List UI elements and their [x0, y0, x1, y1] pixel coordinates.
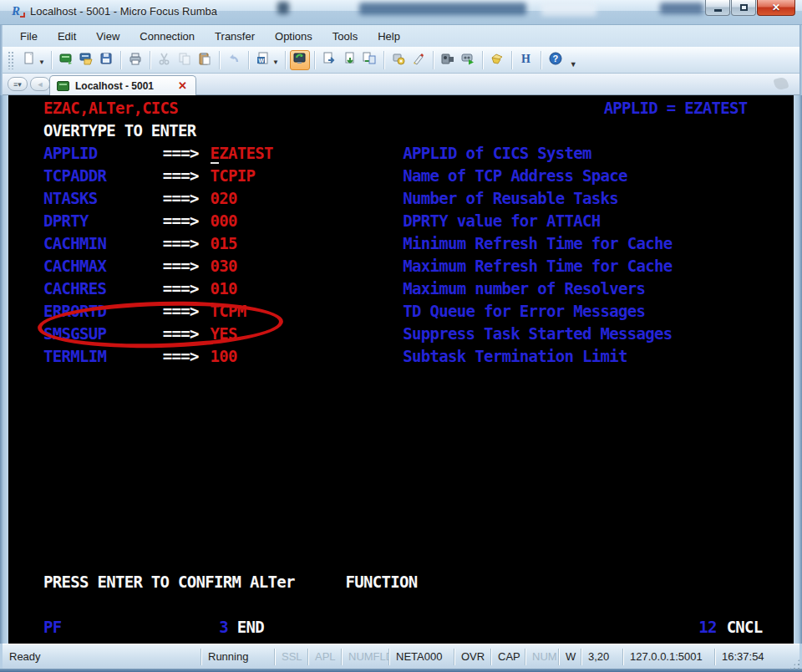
quick-connect-button[interactable]	[56, 50, 76, 70]
transfer-file-icon	[362, 51, 377, 69]
field-arrow: ===>	[163, 324, 199, 343]
menu-edit[interactable]: Edit	[50, 28, 84, 45]
window-border-left	[0, 95, 8, 644]
copy-button[interactable]	[175, 50, 195, 70]
toolbar-separator	[433, 51, 434, 69]
toolbar-separator	[248, 51, 249, 69]
tab-scroll-back-button[interactable]: ◄	[30, 77, 50, 91]
field-description: Number of Reusable Tasks	[403, 189, 618, 207]
new-session-button[interactable]	[19, 50, 39, 70]
field-value-ntasks[interactable]: 020	[211, 189, 237, 207]
display-colors-button[interactable]	[409, 50, 429, 70]
field-arrow: ===>	[163, 302, 199, 320]
cut-button[interactable]	[155, 50, 175, 70]
minimize-button[interactable]	[705, 0, 730, 16]
close-icon: ✕	[772, 2, 780, 13]
session-configuration-button[interactable]	[388, 50, 409, 70]
status-16-37-54: 16:37:54	[714, 649, 791, 665]
office-export-icon: W	[256, 51, 271, 69]
terminal-header-row: EZAC,ALTer,CICSAPPLID = EZATEST	[8, 99, 794, 121]
confirm-message: PRESS ENTER TO CONFIRM ALTer	[43, 573, 295, 591]
terminal-field-row: CACHMAX===>030Maximum Refresh Time for C…	[8, 257, 794, 279]
toolbar-grip[interactable]	[8, 51, 13, 69]
titlebar: R Localhost - 5001 - Micro Focus Rumba ✕	[0, 0, 802, 25]
keyboard-map-icon	[490, 51, 505, 69]
macro-play-button[interactable]	[458, 50, 478, 70]
field-label-errortd: ERRORTD	[43, 302, 106, 320]
field-value-termlim[interactable]: 100	[211, 347, 237, 365]
status-numfld: NUMFLD	[341, 649, 388, 665]
send-file-button[interactable]	[319, 50, 339, 70]
menu-transfer[interactable]: Transfer	[207, 28, 262, 45]
terminal-field-row: NTASKS===>020Number of Reusable Tasks	[8, 189, 794, 211]
paste-button[interactable]	[195, 50, 215, 70]
connect-button[interactable]	[290, 50, 310, 70]
field-label-ntasks: NTASKS	[43, 189, 97, 207]
background-window-fragment	[541, 3, 596, 16]
status-cap: CAP	[490, 649, 525, 665]
save-button[interactable]	[96, 50, 116, 70]
new-session-icon	[22, 51, 37, 69]
open-session-button[interactable]	[76, 50, 96, 70]
terminal-message-row: PRESS ENTER TO CONFIRM ALTerFUNCTION	[8, 573, 794, 595]
status-num: NUM	[525, 649, 558, 665]
dropdown-caret-icon[interactable]: ▼	[38, 59, 45, 66]
hotspots-button[interactable]: H	[516, 50, 536, 70]
toolbar-separator	[51, 51, 52, 69]
copy-icon	[177, 51, 192, 69]
restore-button[interactable]	[731, 0, 756, 16]
menu-file[interactable]: File	[13, 28, 45, 45]
field-label-dprty: DPRTY	[43, 211, 89, 230]
field-label-applid: APPLID	[43, 144, 97, 162]
cut-icon	[157, 51, 172, 69]
menu-view[interactable]: View	[89, 28, 127, 45]
menubar: FileEditViewConnectionTransferOptionsToo…	[3, 25, 799, 47]
svg-text:?: ?	[552, 53, 558, 64]
office-export-button[interactable]: W	[253, 50, 273, 70]
terminal-3270-icon	[57, 81, 69, 91]
field-value-dprty[interactable]: 000	[211, 211, 237, 230]
field-value-errortd[interactable]: TCPM	[211, 302, 246, 320]
toolbar-separator	[383, 51, 384, 69]
tab-menu-button[interactable]: ≡▾	[8, 77, 28, 91]
field-value-cachmin[interactable]: 015	[211, 234, 237, 252]
field-value-cachres[interactable]: 010	[211, 279, 237, 298]
close-button[interactable]: ✕	[757, 0, 795, 16]
display-colors-icon	[411, 51, 426, 69]
pf-action-end: END	[237, 618, 264, 636]
transfer-file-button[interactable]	[359, 50, 379, 70]
applid-header: APPLID = EZATEST	[604, 99, 748, 117]
keyboard-map-button[interactable]	[487, 50, 507, 70]
field-value-applid[interactable]: EZATEST	[211, 144, 273, 162]
receive-file-button[interactable]	[339, 50, 359, 70]
tab-localhost-5001[interactable]: Localhost - 5001 ✕	[49, 75, 196, 95]
field-value-smsgsup[interactable]: YES	[211, 324, 237, 343]
macro-record-button[interactable]	[438, 50, 458, 70]
help-button[interactable]: ?	[546, 50, 566, 70]
menu-options[interactable]: Options	[267, 28, 320, 45]
field-value-cachmax[interactable]: 030	[211, 257, 237, 275]
pf-key-12[interactable]: 12	[698, 618, 716, 636]
dropdown-caret-icon[interactable]: ▼	[272, 59, 279, 66]
tab-close-icon[interactable]: ✕	[176, 79, 189, 92]
status-w: W	[558, 649, 581, 665]
status-neta000: NETA000	[388, 649, 454, 665]
field-description: Name of TCP Address Space	[403, 166, 627, 185]
menu-connection[interactable]: Connection	[132, 28, 202, 45]
pf-label: PF	[43, 618, 61, 636]
pf-key-3[interactable]: 3	[219, 618, 228, 636]
connect-icon	[292, 51, 307, 69]
menu-help[interactable]: Help	[370, 28, 408, 45]
field-arrow: ===>	[163, 347, 199, 365]
terminal-pf-row: PF3END12CNCL	[8, 618, 794, 640]
status-ovr: OVR	[454, 649, 490, 665]
field-value-tcpaddr[interactable]: TCPIP	[211, 166, 256, 185]
menu-tools[interactable]: Tools	[325, 28, 365, 45]
toolbar-overflow-icon[interactable]: ▼	[570, 60, 577, 69]
paste-icon	[197, 51, 212, 69]
field-label-cachmin: CACHMIN	[43, 234, 106, 252]
undo-button[interactable]	[224, 50, 244, 70]
print-screen-button[interactable]	[125, 50, 145, 70]
window-border-right	[794, 95, 802, 644]
terminal-screen[interactable]: EZAC,ALTer,CICSAPPLID = EZATESTOVERTYPE …	[8, 95, 794, 644]
